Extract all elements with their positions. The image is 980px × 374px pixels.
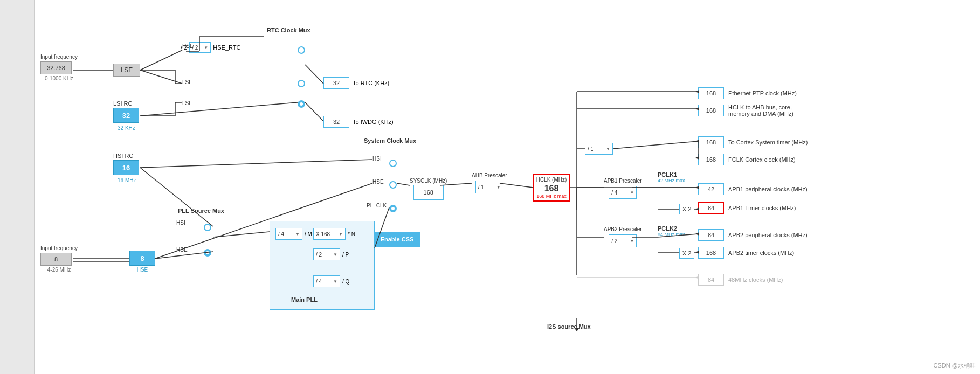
output-label-apb2-timer: APB2 timer clocks (MHz) <box>728 250 794 256</box>
hsi-rc-label: HSI RC <box>113 153 133 159</box>
pll-hse-radio[interactable] <box>204 249 211 257</box>
pll-multn-row: X 168 ▼ * N <box>313 228 355 240</box>
pll-hsi-radio[interactable] <box>204 224 211 232</box>
apb1-div-dropdown[interactable]: / 4 ▼ <box>609 186 637 199</box>
pclk1-label: PCLK1 <box>658 171 685 178</box>
sysclk-hsi-radio[interactable] <box>389 160 397 168</box>
output-val-apb1-periph: 42 <box>698 183 724 195</box>
cortex-div-dropdown[interactable]: / 1 ▼ <box>585 143 613 155</box>
output-val-cortex-timer: 168 <box>698 136 724 148</box>
hse-rtc-label: HSE_RTC <box>213 44 240 51</box>
ahb-dropdown-arrow-icon: ▼ <box>496 185 501 190</box>
svg-line-1 <box>140 50 182 70</box>
to-iwdg-val: 32 <box>323 116 349 128</box>
enable-css-button[interactable]: Enable CSS <box>374 232 420 247</box>
output-row-apb2-periph: 84 APB2 peripheral clocks (MHz) <box>698 229 808 241</box>
q-label: / Q <box>342 279 349 285</box>
to-iwdg-label: To IWDG (KHz) <box>353 119 394 125</box>
to-iwdg-row: 32 To IWDG (KHz) <box>323 116 394 128</box>
rtc-hse-radio-icon[interactable] <box>298 46 305 54</box>
sysclk-hse-radio-icon[interactable] <box>389 181 397 189</box>
sysclk-pllclk-radio[interactable] <box>389 205 397 212</box>
rtc-lse-radio[interactable] <box>298 80 305 88</box>
hsi-value-block: 16 <box>113 160 139 175</box>
pll-divq-dropdown[interactable]: / 4 ▼ <box>313 275 340 287</box>
apb1-prescaler-section: APB1 Prescaler / 4 ▼ <box>604 178 642 199</box>
output-val-apb2-timer: 168 <box>698 247 724 259</box>
n-label: * N <box>348 231 355 237</box>
lsi-label-rtc: LSI <box>182 100 190 106</box>
hclk-val: 168 <box>544 184 559 193</box>
lsi-32-block: 32 <box>113 108 139 123</box>
pll-hse-radio-icon[interactable] <box>204 249 211 257</box>
left-panel <box>0 0 35 374</box>
pll-divp-dropdown[interactable]: / 2 ▼ <box>313 248 340 260</box>
output-row-cortex-timer: 168 To Cortex System timer (MHz) <box>698 136 808 148</box>
hsi-unit: 16 MHz <box>118 177 136 183</box>
to-rtc-row: 32 To RTC (KHz) <box>323 77 389 89</box>
ahb-prescaler-section: AHB Prescaler / 1 ▼ <box>472 172 507 193</box>
p-label: / P <box>342 252 349 258</box>
rtc-lse-radio-icon[interactable] <box>298 80 305 87</box>
pll-divm-arrow-icon: ▼ <box>295 232 300 237</box>
lsi-value-block: 32 <box>113 108 139 123</box>
input-freq-hse: Input frequency 8 4-26 MHz <box>40 245 78 273</box>
lse-block: LSE <box>113 64 140 77</box>
pll-multn-dropdown[interactable]: X 168 ▼ <box>313 228 346 240</box>
main-container: Input frequency 32.768 0-1000 KHz LSE LS… <box>0 0 980 374</box>
lse-label-rtc: LSE <box>182 79 192 85</box>
hse-label-sysclk: HSE <box>372 179 384 185</box>
pll-divp-arrow-icon: ▼ <box>333 252 337 257</box>
output-label-cortex-timer: To Cortex System timer (MHz) <box>728 139 808 146</box>
sysclk-hse-radio[interactable] <box>389 181 397 190</box>
sysclk-mux-label: System Clock Mux <box>364 137 416 144</box>
input-freq-lse-range: 0-1000 KHz <box>40 75 78 81</box>
hse-label-rtc: HSE <box>182 43 194 49</box>
ahb-label: AHB Prescaler <box>472 172 507 178</box>
output-val-48mhz: 84 <box>698 274 724 286</box>
output-row-ethernet-ptp: 168 Ethernet PTP clock (MHz) <box>698 87 797 99</box>
sysclk-section: SYSCLK (MHz) 168 <box>410 178 447 200</box>
apb2-div-dropdown[interactable]: / 2 ▼ <box>609 234 637 247</box>
hse-value-block: 8 <box>129 251 155 266</box>
input-freq-lse-value: 32.768 <box>40 61 72 74</box>
cortex-dropdown-arrow-icon: ▼ <box>606 147 610 151</box>
output-label-48mhz: 48MHz clocks (MHz) <box>728 276 783 283</box>
apb2-label: APB2 Prescaler <box>604 226 642 232</box>
pll-divp-row: / 2 ▼ / P <box>313 248 349 260</box>
pll-multn-arrow-icon: ▼ <box>339 232 343 237</box>
lsi-rc-label: LSI RC <box>113 100 132 107</box>
apb2-prescaler-section: APB2 Prescaler / 2 ▼ <box>604 226 642 247</box>
hsi-16-block: 16 <box>113 160 139 175</box>
pll-div4-row: / 4 ▼ / M <box>275 228 312 240</box>
rtc-hse-radio[interactable] <box>298 46 305 55</box>
pclk2-label: PCLK2 <box>658 225 685 232</box>
to-rtc-label: To RTC (KHz) <box>353 80 389 86</box>
cortex-div-row: / 1 ▼ <box>585 143 613 155</box>
rtc-lsi-radio[interactable] <box>298 100 305 108</box>
pll-divm-dropdown[interactable]: / 4 ▼ <box>275 228 302 240</box>
svg-line-5 <box>305 65 323 84</box>
svg-line-14 <box>397 183 410 185</box>
to-rtc-val: 32 <box>323 77 349 89</box>
input-freq-lse-label: Input frequency <box>40 54 78 60</box>
output-label-apb1-periph: APB1 peripheral clocks (MHz) <box>728 186 808 192</box>
apb1-dropdown-arrow-icon: ▼ <box>630 190 634 195</box>
rtc-lsi-radio-icon[interactable] <box>298 100 305 108</box>
pclk2-section: PCLK2 84 MHz max <box>658 225 685 237</box>
sysclk-pllclk-radio-icon[interactable] <box>389 205 397 212</box>
pclk1-max: 42 MHz max <box>658 178 685 183</box>
output-val-hclk-ahb: 168 <box>698 105 724 116</box>
pll-hsi-radio-icon[interactable] <box>204 224 211 231</box>
sysclk-hsi-radio-icon[interactable] <box>389 160 397 167</box>
ahb-div-dropdown[interactable]: / 1 ▼ <box>475 181 503 193</box>
apb2-timer-x2: X 2 <box>679 248 694 259</box>
sysclk-val: 168 <box>413 185 444 200</box>
hclk-label: HCLK (MHz) <box>536 177 567 183</box>
output-row-apb1-timer: 84 APB1 Timer clocks (MHz) <box>698 202 796 214</box>
svg-line-12 <box>213 232 270 237</box>
apb2-dropdown-arrow-icon: ▼ <box>630 239 634 244</box>
lsi-unit: 32 KHz <box>118 125 135 131</box>
output-row-hclk-ahb: 168 HCLK to AHB bus, core,memory and DMA… <box>698 104 793 117</box>
output-val-fclk: 168 <box>698 154 724 165</box>
